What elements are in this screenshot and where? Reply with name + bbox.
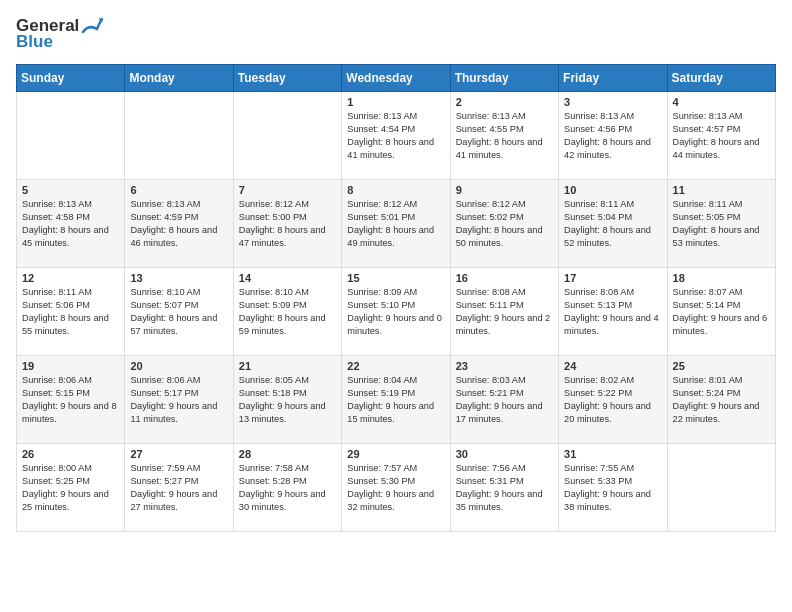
week-row-2: 12Sunrise: 8:11 AMSunset: 5:06 PMDayligh… xyxy=(17,268,776,356)
day-number: 27 xyxy=(130,448,227,460)
calendar-cell-3-1: 20Sunrise: 8:06 AMSunset: 5:17 PMDayligh… xyxy=(125,356,233,444)
calendar-cell-3-6: 25Sunrise: 8:01 AMSunset: 5:24 PMDayligh… xyxy=(667,356,775,444)
week-row-0: 1Sunrise: 8:13 AMSunset: 4:54 PMDaylight… xyxy=(17,92,776,180)
day-info: Sunrise: 8:12 AMSunset: 5:01 PMDaylight:… xyxy=(347,198,444,250)
calendar-cell-2-4: 16Sunrise: 8:08 AMSunset: 5:11 PMDayligh… xyxy=(450,268,558,356)
weekday-header-saturday: Saturday xyxy=(667,65,775,92)
day-info: Sunrise: 8:10 AMSunset: 5:09 PMDaylight:… xyxy=(239,286,336,338)
day-number: 29 xyxy=(347,448,444,460)
day-number: 17 xyxy=(564,272,661,284)
calendar-cell-1-2: 7Sunrise: 8:12 AMSunset: 5:00 PMDaylight… xyxy=(233,180,341,268)
page-header: General Blue xyxy=(16,16,776,52)
weekday-header-friday: Friday xyxy=(559,65,667,92)
day-number: 18 xyxy=(673,272,770,284)
week-row-3: 19Sunrise: 8:06 AMSunset: 5:15 PMDayligh… xyxy=(17,356,776,444)
day-info: Sunrise: 8:07 AMSunset: 5:14 PMDaylight:… xyxy=(673,286,770,338)
day-number: 23 xyxy=(456,360,553,372)
day-info: Sunrise: 8:13 AMSunset: 4:54 PMDaylight:… xyxy=(347,110,444,162)
logo: General Blue xyxy=(16,16,103,52)
day-number: 21 xyxy=(239,360,336,372)
calendar-cell-3-3: 22Sunrise: 8:04 AMSunset: 5:19 PMDayligh… xyxy=(342,356,450,444)
day-info: Sunrise: 8:06 AMSunset: 5:17 PMDaylight:… xyxy=(130,374,227,426)
calendar-cell-0-4: 2Sunrise: 8:13 AMSunset: 4:55 PMDaylight… xyxy=(450,92,558,180)
day-info: Sunrise: 8:13 AMSunset: 4:55 PMDaylight:… xyxy=(456,110,553,162)
week-row-4: 26Sunrise: 8:00 AMSunset: 5:25 PMDayligh… xyxy=(17,444,776,532)
day-number: 24 xyxy=(564,360,661,372)
calendar-cell-1-1: 6Sunrise: 8:13 AMSunset: 4:59 PMDaylight… xyxy=(125,180,233,268)
day-number: 7 xyxy=(239,184,336,196)
weekday-header-tuesday: Tuesday xyxy=(233,65,341,92)
calendar-cell-0-6: 4Sunrise: 8:13 AMSunset: 4:57 PMDaylight… xyxy=(667,92,775,180)
day-number: 2 xyxy=(456,96,553,108)
weekday-header-thursday: Thursday xyxy=(450,65,558,92)
calendar-cell-4-4: 30Sunrise: 7:56 AMSunset: 5:31 PMDayligh… xyxy=(450,444,558,532)
day-info: Sunrise: 8:05 AMSunset: 5:18 PMDaylight:… xyxy=(239,374,336,426)
day-info: Sunrise: 7:58 AMSunset: 5:28 PMDaylight:… xyxy=(239,462,336,514)
calendar-cell-2-6: 18Sunrise: 8:07 AMSunset: 5:14 PMDayligh… xyxy=(667,268,775,356)
calendar-cell-4-1: 27Sunrise: 7:59 AMSunset: 5:27 PMDayligh… xyxy=(125,444,233,532)
day-info: Sunrise: 8:12 AMSunset: 5:00 PMDaylight:… xyxy=(239,198,336,250)
logo-container: General Blue xyxy=(16,16,103,52)
weekday-header-sunday: Sunday xyxy=(17,65,125,92)
day-info: Sunrise: 8:13 AMSunset: 4:59 PMDaylight:… xyxy=(130,198,227,250)
day-info: Sunrise: 8:13 AMSunset: 4:56 PMDaylight:… xyxy=(564,110,661,162)
day-number: 31 xyxy=(564,448,661,460)
day-number: 4 xyxy=(673,96,770,108)
day-info: Sunrise: 7:57 AMSunset: 5:30 PMDaylight:… xyxy=(347,462,444,514)
day-number: 3 xyxy=(564,96,661,108)
week-row-1: 5Sunrise: 8:13 AMSunset: 4:58 PMDaylight… xyxy=(17,180,776,268)
calendar-cell-2-5: 17Sunrise: 8:08 AMSunset: 5:13 PMDayligh… xyxy=(559,268,667,356)
calendar-cell-0-1 xyxy=(125,92,233,180)
calendar-cell-1-0: 5Sunrise: 8:13 AMSunset: 4:58 PMDaylight… xyxy=(17,180,125,268)
day-number: 1 xyxy=(347,96,444,108)
calendar-table: SundayMondayTuesdayWednesdayThursdayFrid… xyxy=(16,64,776,532)
day-info: Sunrise: 8:10 AMSunset: 5:07 PMDaylight:… xyxy=(130,286,227,338)
calendar-cell-4-5: 31Sunrise: 7:55 AMSunset: 5:33 PMDayligh… xyxy=(559,444,667,532)
day-info: Sunrise: 8:13 AMSunset: 4:57 PMDaylight:… xyxy=(673,110,770,162)
calendar-cell-1-6: 11Sunrise: 8:11 AMSunset: 5:05 PMDayligh… xyxy=(667,180,775,268)
day-info: Sunrise: 8:00 AMSunset: 5:25 PMDaylight:… xyxy=(22,462,119,514)
calendar-cell-3-0: 19Sunrise: 8:06 AMSunset: 5:15 PMDayligh… xyxy=(17,356,125,444)
logo-bird-icon xyxy=(81,17,103,35)
day-info: Sunrise: 8:09 AMSunset: 5:10 PMDaylight:… xyxy=(347,286,444,338)
calendar-cell-2-0: 12Sunrise: 8:11 AMSunset: 5:06 PMDayligh… xyxy=(17,268,125,356)
day-info: Sunrise: 8:11 AMSunset: 5:04 PMDaylight:… xyxy=(564,198,661,250)
day-info: Sunrise: 8:13 AMSunset: 4:58 PMDaylight:… xyxy=(22,198,119,250)
day-number: 20 xyxy=(130,360,227,372)
logo-blue: Blue xyxy=(16,32,53,52)
calendar-cell-0-2 xyxy=(233,92,341,180)
day-number: 11 xyxy=(673,184,770,196)
day-number: 13 xyxy=(130,272,227,284)
day-info: Sunrise: 8:11 AMSunset: 5:06 PMDaylight:… xyxy=(22,286,119,338)
day-number: 8 xyxy=(347,184,444,196)
day-number: 19 xyxy=(22,360,119,372)
day-info: Sunrise: 7:59 AMSunset: 5:27 PMDaylight:… xyxy=(130,462,227,514)
weekday-header-wednesday: Wednesday xyxy=(342,65,450,92)
day-info: Sunrise: 8:11 AMSunset: 5:05 PMDaylight:… xyxy=(673,198,770,250)
day-info: Sunrise: 8:02 AMSunset: 5:22 PMDaylight:… xyxy=(564,374,661,426)
calendar-cell-1-3: 8Sunrise: 8:12 AMSunset: 5:01 PMDaylight… xyxy=(342,180,450,268)
day-number: 14 xyxy=(239,272,336,284)
day-number: 25 xyxy=(673,360,770,372)
day-number: 30 xyxy=(456,448,553,460)
calendar-cell-4-0: 26Sunrise: 8:00 AMSunset: 5:25 PMDayligh… xyxy=(17,444,125,532)
day-number: 15 xyxy=(347,272,444,284)
day-info: Sunrise: 8:03 AMSunset: 5:21 PMDaylight:… xyxy=(456,374,553,426)
day-info: Sunrise: 7:56 AMSunset: 5:31 PMDaylight:… xyxy=(456,462,553,514)
calendar-cell-4-3: 29Sunrise: 7:57 AMSunset: 5:30 PMDayligh… xyxy=(342,444,450,532)
calendar-cell-2-2: 14Sunrise: 8:10 AMSunset: 5:09 PMDayligh… xyxy=(233,268,341,356)
calendar-cell-1-4: 9Sunrise: 8:12 AMSunset: 5:02 PMDaylight… xyxy=(450,180,558,268)
day-number: 28 xyxy=(239,448,336,460)
calendar-cell-0-5: 3Sunrise: 8:13 AMSunset: 4:56 PMDaylight… xyxy=(559,92,667,180)
day-info: Sunrise: 8:04 AMSunset: 5:19 PMDaylight:… xyxy=(347,374,444,426)
calendar-cell-2-3: 15Sunrise: 8:09 AMSunset: 5:10 PMDayligh… xyxy=(342,268,450,356)
day-number: 22 xyxy=(347,360,444,372)
day-info: Sunrise: 8:12 AMSunset: 5:02 PMDaylight:… xyxy=(456,198,553,250)
day-info: Sunrise: 8:06 AMSunset: 5:15 PMDaylight:… xyxy=(22,374,119,426)
calendar-cell-3-5: 24Sunrise: 8:02 AMSunset: 5:22 PMDayligh… xyxy=(559,356,667,444)
day-info: Sunrise: 8:08 AMSunset: 5:11 PMDaylight:… xyxy=(456,286,553,338)
weekday-header-monday: Monday xyxy=(125,65,233,92)
day-info: Sunrise: 8:01 AMSunset: 5:24 PMDaylight:… xyxy=(673,374,770,426)
calendar-cell-3-2: 21Sunrise: 8:05 AMSunset: 5:18 PMDayligh… xyxy=(233,356,341,444)
day-number: 5 xyxy=(22,184,119,196)
